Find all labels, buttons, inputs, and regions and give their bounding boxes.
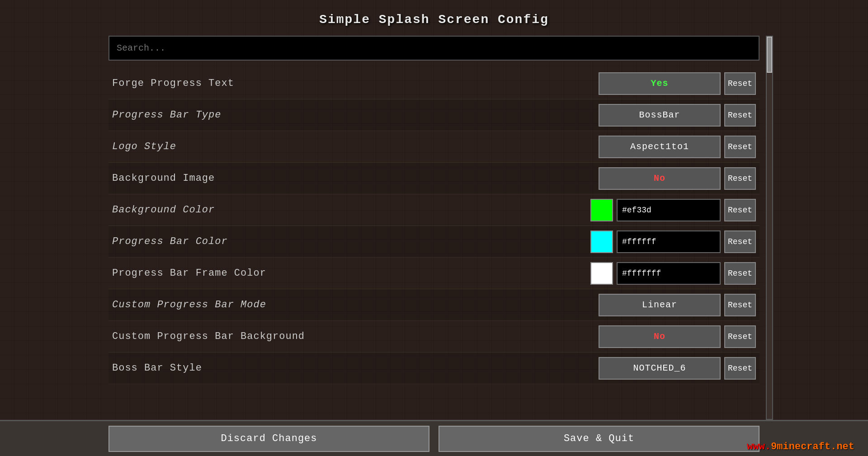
color-input-progress-bar-color[interactable] [617,230,721,253]
config-row-logo-style: Logo StyleAspect1to1Reset [108,131,760,163]
page-title: Simple Splash Screen Config [319,13,549,27]
toggle-btn-progress-bar-type[interactable]: BossBar [599,104,721,127]
config-row-progress-bar-color: Progress Bar ColorReset [108,226,760,258]
reset-btn-custom-progress-bar-background[interactable]: Reset [724,325,756,348]
scrollbar[interactable] [766,36,773,420]
config-row-boss-bar-style: Boss Bar StyleNOTCHED_6Reset [108,353,760,384]
save-quit-button[interactable]: Save & Quit [439,426,760,452]
search-bar-container [108,36,760,61]
search-input[interactable] [108,36,760,61]
config-label-background-image: Background Image [112,173,599,184]
config-label-progress-bar-color: Progress Bar Color [112,236,590,247]
config-controls-background-image: NoReset [599,167,756,190]
config-controls-boss-bar-style: NOTCHED_6Reset [599,357,756,380]
reset-btn-custom-progress-bar-mode[interactable]: Reset [724,294,756,316]
config-controls-progress-bar-color: Reset [590,230,756,253]
main-panel: Forge Progress TextYesResetProgress Bar … [108,36,760,420]
config-controls-progress-bar-type: BossBarReset [599,104,756,127]
config-row-forge-progress-text: Forge Progress TextYesReset [108,68,760,99]
color-swatch-background-color[interactable] [590,199,613,221]
config-row-background-color: Background ColorReset [108,194,760,226]
discard-changes-button[interactable]: Discard Changes [108,426,429,452]
scrollbar-thumb[interactable] [767,37,772,73]
config-row-progress-bar-frame-color: Progress Bar Frame ColorReset [108,258,760,289]
reset-btn-logo-style[interactable]: Reset [724,136,756,158]
toggle-btn-custom-progress-bar-mode[interactable]: Linear [599,294,721,316]
config-row-background-image: Background ImageNoReset [108,163,760,194]
config-label-logo-style: Logo Style [112,141,599,152]
config-label-boss-bar-style: Boss Bar Style [112,362,599,374]
reset-btn-background-image[interactable]: Reset [724,167,756,190]
config-label-custom-progress-bar-mode: Custom Progress Bar Mode [112,299,599,310]
color-input-background-color[interactable] [617,199,721,221]
watermark: www.9minecraft.net [747,441,854,452]
reset-btn-progress-bar-frame-color[interactable]: Reset [724,262,756,285]
reset-btn-background-color[interactable]: Reset [724,199,756,221]
page-container: Simple Splash Screen Config Forge Progre… [0,0,868,456]
footer: Discard Changes Save & Quit www.9minecra… [0,420,868,456]
config-controls-forge-progress-text: YesReset [599,72,756,95]
config-row-progress-bar-type: Progress Bar TypeBossBarReset [108,99,760,131]
config-controls-custom-progress-bar-background: NoReset [599,325,756,348]
config-controls-logo-style: Aspect1to1Reset [599,136,756,158]
color-input-progress-bar-frame-color[interactable] [617,262,721,285]
config-controls-background-color: Reset [590,199,756,221]
toggle-btn-custom-progress-bar-background[interactable]: No [599,325,721,348]
toggle-btn-logo-style[interactable]: Aspect1to1 [599,136,721,158]
color-swatch-progress-bar-color[interactable] [590,230,613,253]
config-label-forge-progress-text: Forge Progress Text [112,78,599,89]
reset-btn-boss-bar-style[interactable]: Reset [724,357,756,380]
reset-btn-progress-bar-type[interactable]: Reset [724,104,756,127]
toggle-btn-boss-bar-style[interactable]: NOTCHED_6 [599,357,721,380]
config-list: Forge Progress TextYesResetProgress Bar … [108,68,760,420]
reset-btn-progress-bar-color[interactable]: Reset [724,230,756,253]
footer-buttons: Discard Changes Save & Quit [0,421,868,456]
config-label-background-color: Background Color [112,204,590,216]
toggle-btn-background-image[interactable]: No [599,167,721,190]
config-label-progress-bar-type: Progress Bar Type [112,109,599,121]
config-controls-custom-progress-bar-mode: LinearReset [599,294,756,316]
config-label-custom-progress-bar-background: Custom Progress Bar Background [112,331,599,342]
config-controls-progress-bar-frame-color: Reset [590,262,756,285]
toggle-btn-forge-progress-text[interactable]: Yes [599,72,721,95]
color-swatch-progress-bar-frame-color[interactable] [590,262,613,285]
reset-btn-forge-progress-text[interactable]: Reset [724,72,756,95]
config-label-progress-bar-frame-color: Progress Bar Frame Color [112,268,590,279]
watermark-text: www. [747,441,771,452]
config-row-custom-progress-bar-background: Custom Progress Bar BackgroundNoReset [108,321,760,353]
config-row-custom-progress-bar-mode: Custom Progress Bar ModeLinearReset [108,289,760,321]
